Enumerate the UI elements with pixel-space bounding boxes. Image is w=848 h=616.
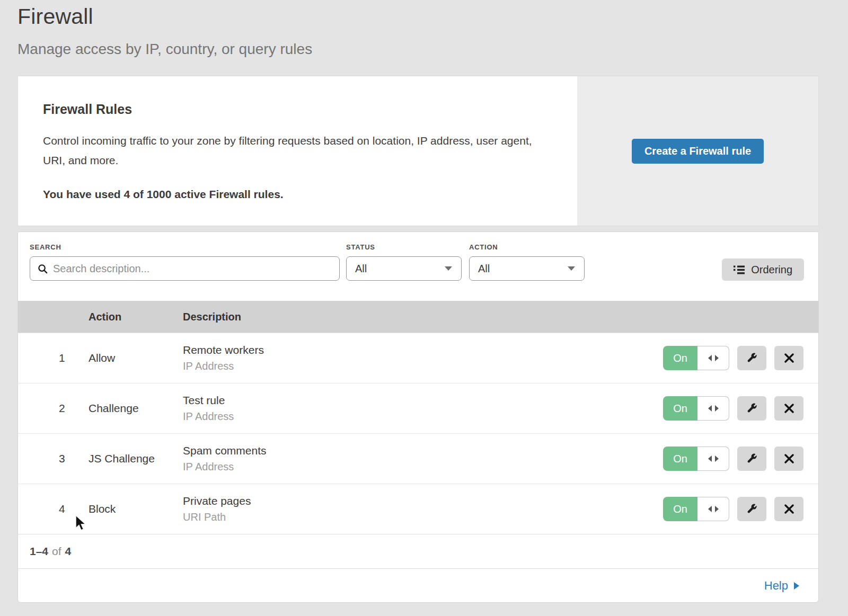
page-subtitle: Manage access by IP, country, or query r… [17,41,848,58]
help-link-label: Help [764,579,788,593]
table-header: Action Description [18,301,818,333]
page-header: Firewall Manage access by IP, country, o… [0,0,848,58]
card-heading: Firewall Rules [43,102,545,117]
delete-rule-button[interactable] [774,346,803,370]
rule-description: Remote workers [183,344,663,356]
pagination-of: of [52,545,61,558]
toggle-on-label: On [663,447,697,471]
filters-bar: SEARCH STATUS All [18,232,818,301]
page-title: Firewall [17,4,848,29]
chevron-down-icon [567,266,576,271]
delete-rule-button[interactable] [774,497,803,521]
search-label: SEARCH [30,243,340,251]
firewall-rules-card-text: Firewall Rules Control incoming traffic … [18,76,577,226]
rule-priority: 4 [18,503,89,515]
toggle-arrows-icon [697,346,729,370]
rules-usage-text: You have used 4 of 1000 active Firewall … [43,188,545,201]
rule-action: Allow [89,352,183,364]
ordering-button-label: Ordering [751,264,792,276]
status-select-value: All [355,263,367,275]
rule-match-type: IP Address [183,360,663,372]
rule-match-type: IP Address [183,410,663,423]
help-link[interactable]: Help [764,579,800,593]
edit-rule-button[interactable] [737,346,766,370]
firewall-content: Firewall Rules Control incoming traffic … [17,76,819,603]
rules-panel: SEARCH STATUS All [17,231,819,603]
close-icon [784,504,794,514]
ordering-button[interactable]: Ordering [722,258,804,281]
toggle-on-label: On [663,346,697,370]
action-select[interactable]: All [469,256,585,281]
card-description: Control incoming traffic to your zone by… [43,131,545,170]
help-arrow-icon [793,582,800,590]
firewall-rules-card: Firewall Rules Control incoming traffic … [17,76,819,226]
toggle-on-label: On [663,497,697,521]
delete-rule-button[interactable] [774,396,803,421]
edit-rule-button[interactable] [737,447,766,471]
wrench-icon [746,453,758,465]
create-firewall-rule-button[interactable]: Create a Firewall rule [632,139,764,164]
action-select-value: All [478,263,490,275]
delete-rule-button[interactable] [774,447,803,471]
rule-action: JS Challenge [89,452,183,465]
status-label: STATUS [346,243,462,251]
rule-enabled-toggle[interactable]: On [663,447,729,471]
edit-rule-button[interactable] [737,396,766,421]
ordered-list-icon [734,265,745,274]
rule-enabled-toggle[interactable]: On [663,346,729,370]
rule-priority: 3 [18,452,89,465]
rule-enabled-toggle[interactable]: On [663,396,729,421]
card-aside: Create a Firewall rule [577,76,818,226]
search-icon [38,264,48,274]
wrench-icon [746,403,758,414]
rule-priority: 1 [18,352,89,364]
toggle-on-label: On [663,396,697,421]
action-label: ACTION [469,243,585,251]
status-select[interactable]: All [346,256,462,281]
pagination-range: 1–4 [30,545,48,558]
rule-match-type: URI Path [183,511,663,523]
close-icon [784,353,794,363]
rule-action: Block [89,503,183,515]
rule-enabled-toggle[interactable]: On [663,497,729,521]
table-row: 1 Allow Remote workers IP Address On [18,333,818,383]
rule-description: Private pages [183,495,663,507]
edit-rule-button[interactable] [737,497,766,521]
pagination: 1–4 of 4 [18,534,818,568]
table-row: 3 JS Challenge Spam comments IP Address … [18,433,818,484]
table-row: 2 Challenge Test rule IP Address On [18,383,818,433]
search-box[interactable] [30,256,340,281]
rule-description: Spam comments [183,444,663,457]
column-header-description: Description [183,311,818,323]
rule-action: Challenge [89,402,183,415]
toggle-arrows-icon [697,497,729,521]
toggle-arrows-icon [697,396,729,421]
close-icon [784,454,794,463]
panel-footer: Help [18,568,818,602]
close-icon [784,404,794,413]
wrench-icon [746,503,758,515]
table-row: 4 Block Private pages URI Path On [18,484,818,534]
chevron-down-icon [444,266,453,271]
rule-description: Test rule [183,394,663,407]
column-header-action: Action [89,311,183,323]
wrench-icon [746,352,758,364]
toggle-arrows-icon [697,447,729,471]
rule-priority: 2 [18,402,89,415]
search-input[interactable] [53,263,332,275]
pagination-total: 4 [65,545,72,558]
rule-match-type: IP Address [183,461,663,473]
